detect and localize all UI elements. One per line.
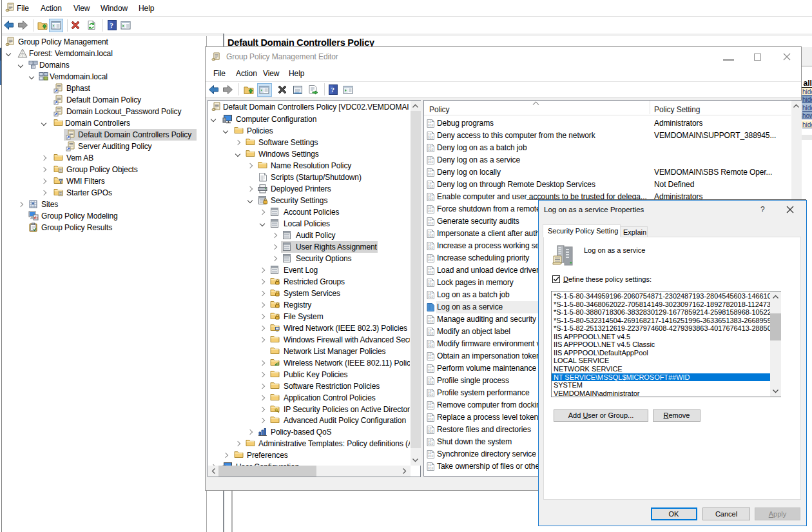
- svg-text:010: 010: [428, 381, 433, 384]
- svg-text:010: 010: [428, 197, 433, 201]
- svg-text:010: 010: [428, 406, 433, 409]
- svg-text:010: 010: [428, 148, 433, 152]
- svg-text:010: 010: [428, 161, 433, 164]
- svg-text:010: 010: [428, 222, 433, 225]
- svg-text:010: 010: [428, 271, 433, 274]
- svg-text:010: 010: [428, 393, 433, 397]
- svg-text:010: 010: [428, 357, 433, 360]
- svg-text:?: ?: [331, 86, 335, 94]
- svg-text:010: 010: [428, 344, 433, 348]
- svg-text:010: 010: [428, 455, 433, 458]
- svg-text:010: 010: [428, 124, 433, 127]
- svg-text:010: 010: [428, 210, 433, 213]
- svg-text:010: 010: [428, 369, 433, 372]
- svg-text:010: 010: [428, 234, 433, 237]
- svg-text:010: 010: [428, 418, 433, 421]
- svg-text:010: 010: [428, 136, 433, 139]
- svg-text:010: 010: [428, 283, 433, 286]
- svg-text:?: ?: [110, 21, 114, 29]
- svg-text:010: 010: [428, 259, 433, 262]
- svg-text:010: 010: [428, 442, 433, 446]
- svg-text:010: 010: [428, 320, 433, 323]
- svg-text:010: 010: [428, 173, 433, 176]
- svg-text:010: 010: [428, 246, 433, 250]
- svg-text:010: 010: [428, 430, 433, 433]
- svg-text:010: 010: [428, 467, 433, 470]
- svg-text:010: 010: [428, 185, 433, 188]
- svg-text:010: 010: [428, 332, 433, 335]
- svg-text:010: 010: [428, 295, 433, 299]
